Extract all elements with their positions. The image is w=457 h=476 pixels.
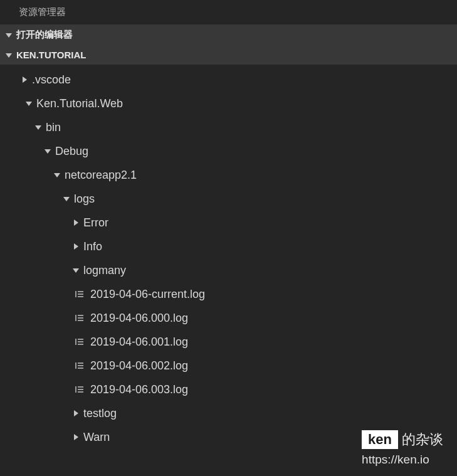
folder-info[interactable]: Info bbox=[0, 235, 457, 258]
chevron-right-icon bbox=[72, 433, 80, 441]
folder-label: bin bbox=[46, 121, 61, 134]
open-editors-label: 打开的编辑器 bbox=[16, 29, 73, 41]
explorer-title: 资源管理器 bbox=[0, 0, 457, 24]
file-log[interactable]: 2019-04-06.000.log bbox=[0, 306, 457, 330]
file-icon bbox=[74, 360, 85, 371]
file-label: 2019-04-06.001.log bbox=[90, 336, 188, 349]
folder-netcoreapp[interactable]: netcoreapp2.1 bbox=[0, 163, 457, 187]
watermark: ken 的杂谈 https://ken.io bbox=[362, 430, 443, 467]
chevron-right-icon bbox=[72, 410, 80, 417]
chevron-down-icon bbox=[44, 147, 51, 155]
file-icon bbox=[74, 312, 85, 324]
file-icon bbox=[74, 288, 85, 300]
watermark-text: 的杂谈 bbox=[402, 430, 443, 449]
file-label: 2019-04-06.002.log bbox=[90, 359, 188, 373]
chevron-down-icon bbox=[34, 124, 42, 131]
watermark-url: https://ken.io bbox=[362, 453, 443, 467]
folder-label: Error bbox=[83, 216, 108, 230]
folder-label: testlog bbox=[83, 407, 117, 420]
folder-label: netcoreapp2.1 bbox=[65, 169, 137, 182]
folder-label: .vscode bbox=[32, 73, 71, 87]
file-label: 2019-04-06.003.log bbox=[90, 383, 188, 396]
folder-error[interactable]: Error bbox=[0, 211, 457, 235]
file-log[interactable]: 2019-04-06.003.log bbox=[0, 378, 457, 401]
folder-bin[interactable]: bin bbox=[0, 115, 457, 139]
file-log[interactable]: 2019-04-06.002.log bbox=[0, 354, 457, 378]
chevron-down-icon bbox=[72, 267, 80, 274]
file-icon bbox=[74, 336, 85, 347]
project-section[interactable]: KEN.TUTORIAL bbox=[0, 45, 457, 65]
open-editors-section[interactable]: 打开的编辑器 bbox=[0, 24, 457, 45]
file-log[interactable]: 2019-04-06-current.log bbox=[0, 282, 457, 306]
folder-logmany[interactable]: logmany bbox=[0, 258, 457, 282]
file-label: 2019-04-06-current.log bbox=[90, 288, 205, 301]
folder-logs[interactable]: logs bbox=[0, 187, 457, 211]
watermark-badge: ken bbox=[362, 430, 398, 449]
folder-label: Debug bbox=[55, 145, 88, 158]
file-label: 2019-04-06.000.log bbox=[90, 312, 188, 325]
file-tree: .vscode Ken.Tutorial.Web bin Debug netco… bbox=[0, 65, 457, 449]
chevron-down-icon bbox=[5, 51, 13, 59]
folder-label: logmany bbox=[83, 264, 126, 277]
folder-vscode[interactable]: .vscode bbox=[0, 68, 457, 92]
folder-label: Info bbox=[83, 240, 102, 253]
folder-ken-tutorial-web[interactable]: Ken.Tutorial.Web bbox=[0, 92, 457, 115]
chevron-down-icon bbox=[63, 195, 70, 203]
folder-label: logs bbox=[74, 193, 95, 206]
chevron-down-icon bbox=[53, 171, 61, 179]
folder-label: Ken.Tutorial.Web bbox=[36, 97, 123, 110]
chevron-right-icon bbox=[21, 76, 28, 83]
chevron-right-icon bbox=[72, 243, 80, 250]
chevron-down-icon bbox=[5, 31, 13, 39]
chevron-down-icon bbox=[25, 100, 33, 107]
folder-label: Warn bbox=[83, 431, 110, 444]
chevron-right-icon bbox=[72, 219, 80, 226]
file-log[interactable]: 2019-04-06.001.log bbox=[0, 330, 457, 354]
file-icon bbox=[74, 384, 85, 395]
project-label: KEN.TUTORIAL bbox=[16, 50, 86, 60]
folder-debug[interactable]: Debug bbox=[0, 139, 457, 163]
folder-testlog[interactable]: testlog bbox=[0, 401, 457, 425]
